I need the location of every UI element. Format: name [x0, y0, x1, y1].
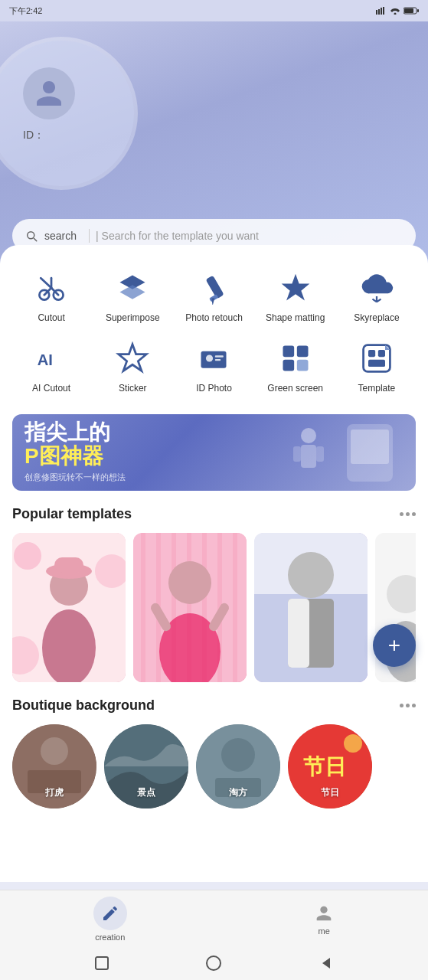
- svg-line-10: [44, 288, 51, 295]
- scissors-icon: [34, 271, 68, 305]
- skyreplace-label: Skyreplace: [354, 312, 399, 323]
- tab-creation[interactable]: creation: [93, 897, 127, 942]
- green-screen-icon-wrap: [276, 338, 315, 378]
- sticker-label: Sticker: [119, 383, 147, 394]
- svg-rect-27: [215, 356, 224, 358]
- svg-rect-54: [141, 533, 145, 682]
- boutique-label-2: 景点: [137, 786, 155, 799]
- svg-line-11: [51, 288, 58, 295]
- tool-template[interactable]: Template: [338, 334, 416, 398]
- id-photo-icon-wrap: [194, 338, 234, 378]
- svg-rect-2: [381, 8, 382, 15]
- svg-rect-31: [283, 360, 294, 371]
- tool-ai-cutout[interactable]: AI AI Cutout: [12, 334, 90, 398]
- promo-banner[interactable]: 指尖上的 P图神器 创意修图玩转不一样的想法: [12, 414, 416, 491]
- triangle-back-icon: [319, 956, 334, 971]
- svg-rect-39: [351, 430, 389, 464]
- svg-line-12: [41, 278, 51, 288]
- ai-cutout-label: AI Cutout: [32, 383, 70, 394]
- tool-photo-retouch[interactable]: Photo retouch: [175, 263, 253, 328]
- avatar[interactable]: [23, 67, 75, 119]
- svg-marker-24: [119, 345, 147, 371]
- svg-point-61: [168, 561, 211, 604]
- fab-add-button[interactable]: +: [373, 624, 416, 667]
- boutique-card-1[interactable]: 打虎: [12, 724, 96, 808]
- tool-superimpose[interactable]: Superimpose: [93, 263, 172, 328]
- template-img-1: [12, 533, 126, 682]
- tab-me[interactable]: me: [313, 903, 335, 936]
- svg-marker-85: [322, 958, 330, 969]
- svg-rect-34: [368, 350, 375, 357]
- svg-rect-41: [301, 445, 316, 468]
- more-dots-popular[interactable]: [400, 512, 416, 516]
- tool-shape-matting[interactable]: Shape matting: [256, 263, 335, 328]
- ai-cutout-icon-wrap: AI: [31, 338, 71, 378]
- more-dots-boutique[interactable]: [400, 704, 416, 707]
- svg-point-4: [394, 13, 397, 15]
- template-card-3[interactable]: [254, 533, 368, 682]
- boutique-header: Boutique background: [12, 697, 416, 714]
- boutique-card-3[interactable]: 淘方: [196, 724, 280, 808]
- photo-retouch-label: Photo retouch: [185, 312, 243, 323]
- search-divider: [89, 229, 90, 243]
- banner-sub: 创意修图玩转不一样的想法: [25, 472, 126, 483]
- boutique-card-4[interactable]: 节日 节日: [288, 724, 372, 808]
- layers-icon: [116, 271, 149, 305]
- shape-matting-label: Shape matting: [266, 312, 325, 323]
- banner-text: 指尖上的 P图神器: [25, 421, 126, 469]
- svg-rect-60: [233, 533, 237, 682]
- ai-text-icon: AI: [34, 341, 68, 375]
- nav-back-button[interactable]: [318, 955, 335, 972]
- superimpose-icon-wrap: [113, 268, 152, 308]
- skyreplace-icon-wrap: [357, 268, 397, 308]
- svg-rect-7: [404, 8, 413, 13]
- circle-nav-icon: [205, 955, 222, 972]
- tool-sticker[interactable]: Sticker: [93, 334, 172, 398]
- svg-point-78: [221, 738, 255, 772]
- tool-skyreplace[interactable]: Skyreplace: [338, 263, 416, 328]
- nav-circle-button[interactable]: [205, 955, 222, 972]
- pencil-icon: [197, 271, 230, 305]
- template-card-2[interactable]: [133, 533, 247, 682]
- templates-row: [12, 533, 416, 682]
- tool-cutout[interactable]: Cutout: [12, 263, 90, 328]
- id-card-icon: [197, 341, 230, 375]
- search-label: search: [44, 230, 77, 242]
- system-nav-bar: [0, 946, 428, 980]
- pencil-edit-icon: [101, 904, 119, 923]
- photo-retouch-icon-wrap: [194, 268, 234, 308]
- boutique-title: Boutique background: [12, 697, 155, 714]
- nav-square-button[interactable]: [93, 955, 110, 972]
- template-icon-wrap: [357, 338, 397, 378]
- main-card: Cutout Superimpose Photo retouch: [0, 245, 428, 882]
- star-outline-icon: [116, 341, 149, 375]
- tool-id-photo[interactable]: ID Photo: [175, 334, 253, 398]
- person-icon: [313, 903, 335, 924]
- boutique-label-4: 节日: [321, 786, 339, 799]
- me-tab-label: me: [319, 926, 330, 936]
- tools-grid: Cutout Superimpose Photo retouch: [12, 263, 416, 399]
- svg-point-40: [301, 428, 316, 443]
- popular-templates-header: Popular templates: [12, 506, 416, 522]
- creation-tab-label: creation: [95, 933, 125, 942]
- svg-point-26: [206, 355, 213, 362]
- svg-rect-42: [293, 446, 301, 462]
- boutique-card-2[interactable]: 景点: [104, 724, 188, 808]
- bottom-tab-bar: creation me: [0, 890, 428, 946]
- id-photo-label: ID Photo: [196, 383, 232, 394]
- svg-rect-43: [316, 446, 324, 462]
- svg-rect-83: [96, 957, 108, 969]
- bottom-nav-overlay: creation me: [0, 890, 428, 980]
- svg-marker-15: [120, 285, 145, 299]
- svg-point-84: [207, 956, 221, 970]
- svg-rect-6: [417, 9, 419, 12]
- tool-green-screen[interactable]: Green screen: [256, 334, 335, 398]
- popular-templates-title: Popular templates: [12, 506, 132, 522]
- svg-text:节日: 节日: [303, 755, 346, 779]
- template-card-1[interactable]: [12, 533, 126, 682]
- template-img-3: [254, 533, 368, 682]
- template-img-2: [133, 533, 247, 682]
- header-area: ID： search | Search for the template you…: [0, 21, 428, 266]
- cutout-label: Cutout: [38, 312, 64, 323]
- creation-icon-bg: [93, 897, 127, 930]
